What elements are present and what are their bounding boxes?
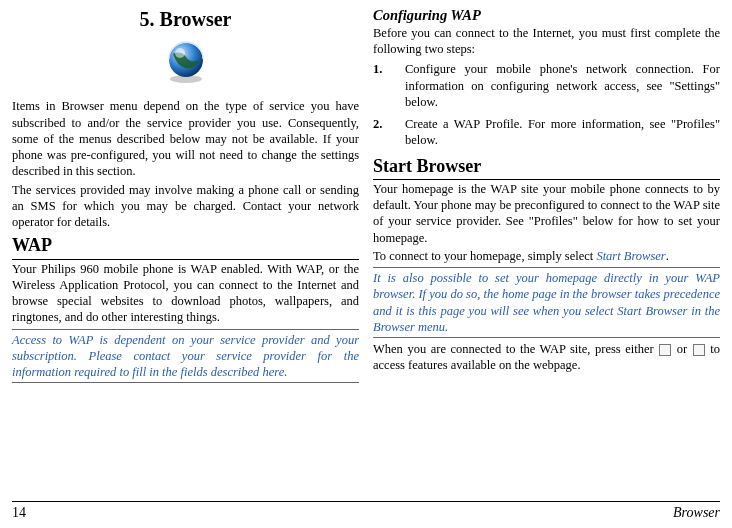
start-body-2: To connect to your homepage, simply sele… — [373, 248, 720, 264]
right-column: Configuring WAP Before you can connect t… — [373, 6, 720, 386]
wap-heading: WAP — [12, 234, 359, 259]
svg-point-2 — [175, 48, 185, 58]
softkey-instruction: When you are connected to the WAP site, … — [373, 341, 720, 374]
step-number: 1. — [373, 61, 405, 110]
config-steps: 1. Configure your mobile phone's network… — [373, 61, 720, 148]
browser-globe-icon — [12, 40, 359, 90]
start-body-1: Your homepage is the WAP site your mobil… — [373, 181, 720, 246]
start-body-2c: . — [666, 249, 669, 263]
wap-access-note: Access to WAP is dependent on your servi… — [12, 329, 359, 384]
softkey-or: or — [672, 342, 692, 356]
footer-section: Browser — [673, 504, 720, 522]
left-softkey-icon — [659, 344, 671, 356]
step-text: Create a WAP Profile. For more informati… — [405, 116, 720, 149]
wap-body: Your Philips 960 mobile phone is WAP ena… — [12, 261, 359, 326]
right-softkey-icon — [693, 344, 705, 356]
start-browser-heading: Start Browser — [373, 155, 720, 180]
intro-paragraph-1: Items in Browser menu depend on the type… — [12, 98, 359, 179]
softkey-text-1: When you are connected to the WAP site, … — [373, 342, 658, 356]
homepage-note: It is also possible to set your homepage… — [373, 267, 720, 338]
page-footer: 14 Browser — [12, 501, 720, 522]
page-number: 14 — [12, 504, 26, 522]
configuring-wap-heading: Configuring WAP — [373, 6, 720, 25]
start-browser-link: Start Browser — [596, 249, 665, 263]
left-column: 5. Browser — [12, 6, 359, 386]
intro-paragraph-2: The services provided may involve making… — [12, 182, 359, 231]
step-2: 2. Create a WAP Profile. For more inform… — [373, 116, 720, 149]
start-body-2a: To connect to your homepage, simply sele… — [373, 249, 596, 263]
step-1: 1. Configure your mobile phone's network… — [373, 61, 720, 110]
config-intro: Before you can connect to the Internet, … — [373, 25, 720, 58]
chapter-title: 5. Browser — [12, 6, 359, 32]
step-text: Configure your mobile phone's network co… — [405, 61, 720, 110]
step-number: 2. — [373, 116, 405, 149]
